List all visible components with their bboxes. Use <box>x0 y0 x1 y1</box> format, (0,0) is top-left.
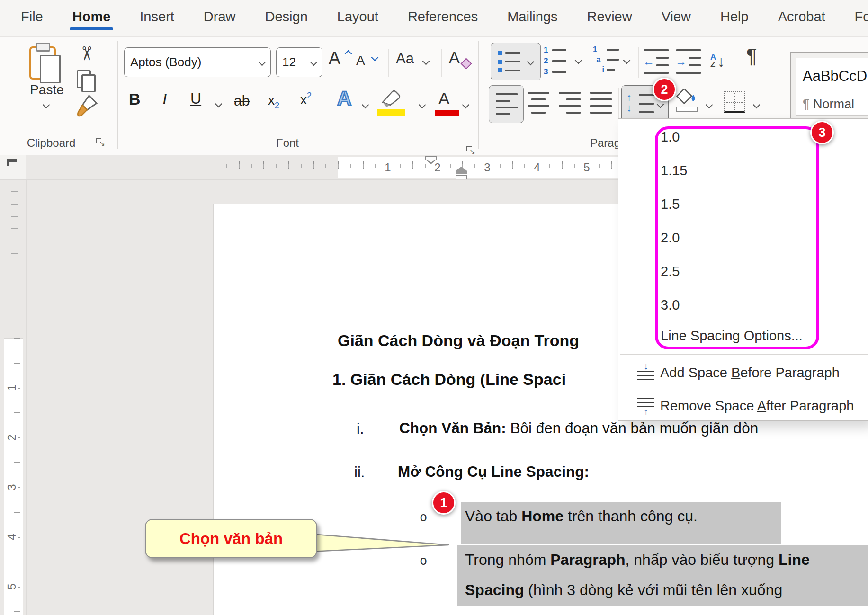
line-spacing-icon: ↑↓ <box>626 92 632 113</box>
tab-foxit[interactable]: Foxit <box>854 6 868 30</box>
format-painter-icon <box>75 94 99 118</box>
copy-button[interactable] <box>77 70 98 92</box>
h-ruler-number: 2 <box>432 161 443 174</box>
numbering-icon: 1 2 3 <box>544 45 571 77</box>
doc-title: Giãn Cách Dòng và Đoạn Trong <box>338 331 579 350</box>
tab-design[interactable]: Design <box>264 6 309 30</box>
numbering-button[interactable]: 1 2 3 <box>544 45 571 77</box>
bullet-circle: o <box>420 509 427 524</box>
align-right-icon <box>559 92 581 114</box>
grow-font-button[interactable]: A <box>329 48 353 77</box>
align-left-icon <box>496 93 518 115</box>
clipboard-group-label: Clipboard <box>10 136 92 150</box>
v-ruler-number: 5 <box>6 579 18 594</box>
scissors-icon: ✂ <box>76 45 97 62</box>
menu-separator <box>620 354 868 355</box>
italic-button[interactable]: I <box>162 90 167 108</box>
multilevel-list-button[interactable]: 1 a i <box>593 45 622 77</box>
font-name-combo[interactable]: Aptos (Body) <box>124 47 271 77</box>
align-right-button[interactable] <box>559 92 585 116</box>
highlighter-icon <box>377 88 404 109</box>
tab-acrobat[interactable]: Acrobat <box>777 6 826 30</box>
clipboard-dialog-launcher[interactable]: ↘ <box>96 138 104 146</box>
list-item-i-text: Chọn Văn Bản: Bôi đen đoạn văn bản muốn … <box>399 419 758 437</box>
tab-view[interactable]: View <box>661 6 692 30</box>
cut-button[interactable]: ✂ <box>76 45 98 62</box>
format-painter-button[interactable] <box>75 94 99 118</box>
sort-button[interactable]: A Z ↓ <box>710 45 739 77</box>
show-marks-button[interactable]: ¶ <box>746 45 757 67</box>
sort-icon: A Z <box>710 53 716 69</box>
v-ruler-number: 4 <box>6 530 18 544</box>
tab-insert[interactable]: Insert <box>139 6 175 30</box>
paste-label: Paste <box>27 82 67 98</box>
highlight-color-button[interactable] <box>377 88 405 116</box>
bullet-line-2a: Trong nhóm Paragraph, nhấp vào biểu tượn… <box>465 551 810 569</box>
chevron-down-icon <box>527 58 535 66</box>
paste-chevron-icon <box>43 101 50 109</box>
font-color-bar <box>435 110 459 116</box>
justify-button[interactable] <box>590 92 617 116</box>
v-ruler-margin-ticks <box>11 191 18 259</box>
arrow-down-icon: ↓ <box>717 52 725 71</box>
multilevel-list-icon: 1 a i <box>593 45 622 74</box>
underline-button[interactable]: U <box>190 90 201 107</box>
align-center-icon <box>528 92 549 114</box>
font-size-value: 12 <box>282 55 296 70</box>
chevron-down-icon <box>371 54 379 62</box>
font-group-label: Font <box>117 136 457 150</box>
v-ruler-number: 2 <box>6 430 18 445</box>
callout-label: Chọn văn bản <box>179 530 283 548</box>
bold-button[interactable]: B <box>129 90 141 108</box>
align-center-button[interactable] <box>528 92 554 116</box>
decrease-indent-button[interactable]: ← <box>644 49 669 76</box>
chevron-up-icon <box>345 50 352 58</box>
bullets-button[interactable] <box>491 43 541 80</box>
chevron-down-icon <box>657 101 664 108</box>
arrow-right-icon: → <box>675 55 687 68</box>
clear-formatting-button[interactable]: A <box>449 48 474 76</box>
increase-indent-button[interactable]: → <box>676 49 701 76</box>
doc-heading-1: 1. Giãn Cách Dòng (Line Spaci <box>332 370 566 389</box>
superscript-button[interactable]: x2 <box>300 91 312 107</box>
highlight-color-bar <box>377 109 405 116</box>
font-size-combo[interactable]: 12 <box>276 47 322 77</box>
bullets-icon <box>498 51 521 72</box>
list-item-ii-text: Mở Công Cụ Line Spacing: <box>398 463 589 480</box>
annotation-badge-3: 3 <box>810 121 834 144</box>
tab-mailings[interactable]: Mailings <box>506 6 558 30</box>
tab-home[interactable]: Home <box>72 6 112 30</box>
font-name-value: Aptos (Body) <box>130 55 201 70</box>
tab-selector-icon[interactable] <box>7 159 17 162</box>
style-name: Normal <box>813 97 854 111</box>
tab-help[interactable]: Help <box>719 6 750 30</box>
remove-space-after-icon: ↑ <box>637 397 655 415</box>
change-case-button[interactable]: Aa <box>396 50 433 77</box>
strikethrough-button[interactable]: ab <box>234 93 250 109</box>
borders-button[interactable] <box>724 91 745 113</box>
menu-item-remove-space-after[interactable]: ↑ Remove Space After Paragraph <box>637 391 868 420</box>
text-effects-button[interactable]: A <box>337 87 351 110</box>
launcher-arrow-icon: ↘ <box>99 139 105 148</box>
tab-references[interactable]: References <box>407 6 479 30</box>
align-left-button[interactable] <box>489 85 524 123</box>
tab-draw[interactable]: Draw <box>203 6 237 30</box>
paste-button[interactable]: Paste <box>27 40 67 116</box>
font-dialog-launcher[interactable]: ↘ <box>466 146 474 154</box>
h-ruler-number: 5 <box>581 161 592 174</box>
style-card-normal[interactable]: AaBbCcD ¶ Normal <box>796 58 868 116</box>
menu-item-add-space-before[interactable]: ↓ Add Space Before Paragraph <box>637 358 868 387</box>
shading-button[interactable] <box>674 89 702 118</box>
tab-file[interactable]: File <box>20 6 44 30</box>
subscript-button[interactable]: x2 <box>268 93 279 111</box>
font-color-button[interactable]: A <box>435 89 460 117</box>
tab-review[interactable]: Review <box>586 6 633 30</box>
list-roman-i: i. <box>357 420 364 437</box>
chevron-down-icon <box>422 58 430 65</box>
style-preview-text: AaBbCcD <box>803 68 867 85</box>
annotation-badge-1: 1 <box>432 491 456 515</box>
tab-layout[interactable]: Layout <box>336 6 379 30</box>
pilcrow-icon: ¶ <box>746 45 757 67</box>
annotation-badge-2: 2 <box>653 78 676 101</box>
shrink-font-button[interactable]: A <box>356 53 381 77</box>
